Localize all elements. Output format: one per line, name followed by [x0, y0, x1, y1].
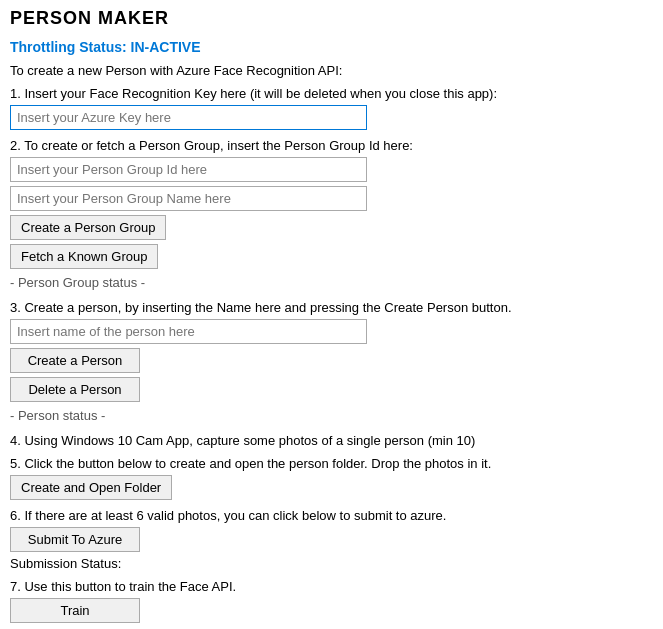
throttle-status: Throttling Status: IN-ACTIVE — [10, 39, 653, 55]
step1-label: 1. Insert your Face Recognition Key here… — [10, 86, 653, 101]
step2-label: 2. To create or fetch a Person Group, in… — [10, 138, 653, 153]
person-group-status: - Person Group status - — [10, 273, 653, 292]
fetch-known-group-button[interactable]: Fetch a Known Group — [10, 244, 158, 269]
person-status: - Person status - — [10, 406, 653, 425]
person-group-id-input[interactable] — [10, 157, 367, 182]
person-group-name-input[interactable] — [10, 186, 367, 211]
create-person-button[interactable]: Create a Person — [10, 348, 140, 373]
step4-label: 4. Using Windows 10 Cam App, capture som… — [10, 433, 653, 448]
submit-to-azure-button[interactable]: Submit To Azure — [10, 527, 140, 552]
train-button[interactable]: Train — [10, 598, 140, 623]
create-open-folder-button[interactable]: Create and Open Folder — [10, 475, 172, 500]
step7-label: 7. Use this button to train the Face API… — [10, 579, 653, 594]
step5-label: 5. Click the button below to create and … — [10, 456, 653, 471]
azure-key-input[interactable] — [10, 105, 367, 130]
step3-label: 3. Create a person, by inserting the Nam… — [10, 300, 653, 315]
page-title: PERSON MAKER — [10, 8, 653, 29]
delete-person-button[interactable]: Delete a Person — [10, 377, 140, 402]
step6-submission-label: Submission Status: — [10, 556, 653, 571]
step1-description: To create a new Person with Azure Face R… — [10, 63, 653, 78]
create-person-group-button[interactable]: Create a Person Group — [10, 215, 166, 240]
step6-label: 6. If there are at least 6 valid photos,… — [10, 508, 653, 523]
person-name-input[interactable] — [10, 319, 367, 344]
